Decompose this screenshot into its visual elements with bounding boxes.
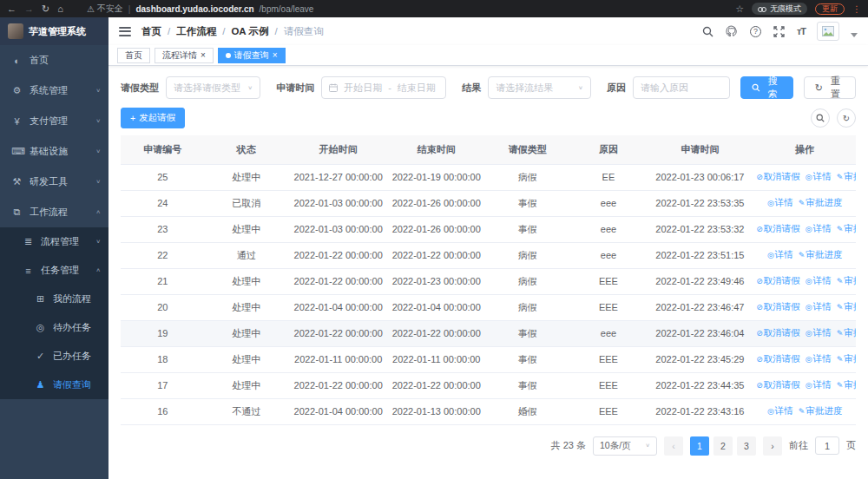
- sidebar-item-process-mgmt[interactable]: ≣ 流程管理 ∨: [0, 227, 108, 256]
- detail-link[interactable]: ◎详情: [767, 197, 793, 207]
- tab-home[interactable]: 首页: [117, 48, 150, 63]
- cell-apply-id: 16: [121, 398, 205, 424]
- address-bar[interactable]: ⚠ 不安全 | dashboard.yudao.iocoder.cn /bpm/…: [87, 3, 727, 15]
- hamburger-icon[interactable]: [119, 27, 131, 36]
- cancel-leave-link[interactable]: ⊘取消请假: [756, 275, 800, 285]
- leave-type-select[interactable]: 请选择请假类型 ∨: [166, 76, 260, 99]
- close-icon[interactable]: ×: [201, 51, 206, 60]
- page-size-select[interactable]: 10条/页 ∨: [593, 436, 657, 456]
- eye-icon: ◎: [35, 322, 46, 333]
- audit-progress-link[interactable]: ✎审批进度: [799, 197, 843, 207]
- update-button[interactable]: 更新: [815, 3, 845, 15]
- refresh-button[interactable]: ↻: [837, 108, 856, 128]
- reload-icon[interactable]: ↻: [42, 4, 49, 14]
- bookmark-star-icon[interactable]: ☆: [735, 3, 744, 15]
- help-icon[interactable]: ?: [750, 26, 761, 37]
- cell-leave-type: 婚假: [484, 398, 570, 424]
- cancel-leave-link[interactable]: ⊘取消请假: [756, 171, 800, 181]
- page-button-1[interactable]: 1: [690, 436, 709, 456]
- sidebar-item-todo-tasks[interactable]: ◎ 待办任务: [0, 313, 108, 342]
- browser-menu-icon[interactable]: ⋮: [852, 4, 861, 14]
- audit-progress-link[interactable]: ✎审批进度: [799, 249, 843, 259]
- audit-progress-link[interactable]: ✎审批进度: [837, 379, 856, 390]
- sidebar-item-dev-tools[interactable]: ⚒ 研发工具 ∨: [0, 167, 108, 197]
- cell-apply-id: 21: [121, 268, 205, 294]
- sidebar-item-home[interactable]: ◐ 首页: [0, 45, 108, 75]
- back-icon[interactable]: ←: [7, 4, 16, 14]
- sidebar-item-system[interactable]: ⚙ 系统管理 ∨: [0, 75, 108, 106]
- detail-link[interactable]: ◎详情: [806, 327, 832, 338]
- result-select[interactable]: 请选择流结果 ∨: [488, 76, 591, 99]
- detail-link[interactable]: ◎详情: [767, 249, 793, 259]
- page-suffix: 页: [846, 439, 856, 452]
- cancel-leave-link[interactable]: ⊘取消请假: [756, 379, 800, 390]
- page-button-3[interactable]: 3: [737, 436, 756, 456]
- apply-time-range-picker[interactable]: 开始日期 - 结束日期: [321, 76, 446, 99]
- fullscreen-icon[interactable]: [773, 25, 786, 38]
- next-page-button[interactable]: ›: [763, 436, 782, 456]
- page-button-2[interactable]: 2: [713, 436, 733, 456]
- col-leave-type: 请假类型: [484, 135, 570, 164]
- detail-link[interactable]: ◎详情: [806, 275, 832, 285]
- breadcrumb-oa-example[interactable]: OA 示例: [231, 25, 268, 38]
- detail-link[interactable]: ◎详情: [806, 171, 832, 181]
- home-icon[interactable]: ⌂: [57, 4, 63, 14]
- sidebar-item-workflow[interactable]: ⧉ 工作流程 ∧: [0, 197, 108, 227]
- cancel-leave-link[interactable]: ⊘取消请假: [756, 223, 800, 233]
- cell-apply-time: 2022-01-22 23:44:35: [647, 372, 754, 398]
- search-icon[interactable]: [701, 25, 714, 38]
- eye-icon: ◎: [767, 199, 774, 207]
- search-button[interactable]: 搜索: [740, 76, 793, 99]
- toggle-search-button[interactable]: [811, 108, 830, 128]
- detail-link[interactable]: ◎详情: [806, 379, 832, 390]
- cancel-leave-link[interactable]: ⊘取消请假: [756, 327, 800, 338]
- reset-button[interactable]: ↻ 重置: [804, 76, 856, 99]
- sidebar-item-task-mgmt[interactable]: ≡ 任务管理 ∧: [0, 256, 108, 285]
- sidebar-item-done-tasks[interactable]: ✓ 已办任务: [0, 342, 108, 371]
- cell-actions: ⊘取消请假◎详情✎审批进度: [753, 372, 856, 398]
- breadcrumb-home[interactable]: 首页: [141, 25, 161, 38]
- cell-apply-id: 22: [121, 242, 205, 268]
- detail-link[interactable]: ◎详情: [806, 223, 832, 233]
- audit-progress-link[interactable]: ✎审批进度: [837, 301, 856, 312]
- detail-link[interactable]: ◎详情: [806, 301, 832, 312]
- audit-progress-link[interactable]: ✎审批进度: [837, 223, 856, 233]
- cell-leave-type: 病假: [484, 242, 570, 268]
- close-icon[interactable]: ×: [273, 51, 278, 60]
- audit-progress-link[interactable]: ✎审批进度: [837, 171, 856, 181]
- cell-actions: ◎详情✎审批进度: [753, 242, 856, 268]
- col-apply-id: 申请编号: [121, 135, 205, 164]
- chevron-down-icon: ∨: [247, 85, 253, 91]
- cell-apply-time: 2022-01-22 23:46:47: [647, 294, 754, 320]
- breadcrumb-workflow[interactable]: 工作流程: [176, 25, 216, 38]
- font-size-icon[interactable]: тT: [797, 26, 806, 36]
- avatar-caret-icon[interactable]: [851, 33, 858, 37]
- sidebar-item-my-process[interactable]: ⊞ 我的流程: [0, 285, 108, 313]
- app-title: 芋道管理系统: [29, 25, 86, 38]
- sidebar-item-leave-query[interactable]: ♟ 请假查询: [0, 371, 108, 399]
- audit-progress-link[interactable]: ✎审批进度: [837, 327, 856, 338]
- chevron-down-icon: ∨: [95, 88, 101, 94]
- audit-progress-link[interactable]: ✎审批进度: [799, 405, 843, 416]
- prev-page-button[interactable]: ‹: [664, 436, 683, 456]
- reason-input[interactable]: [633, 76, 730, 99]
- cancel-leave-link[interactable]: ⊘取消请假: [756, 353, 800, 364]
- incognito-icon: [758, 6, 766, 12]
- table-row: 25处理中2021-12-27 00:00:002022-01-19 00:00…: [121, 164, 856, 190]
- tab-leave-query[interactable]: 请假查询 ×: [218, 48, 286, 63]
- github-icon[interactable]: [726, 25, 739, 38]
- audit-progress-link[interactable]: ✎审批进度: [837, 353, 856, 364]
- tab-process-detail[interactable]: 流程详情 ×: [155, 48, 214, 63]
- edit-icon: ✎: [837, 303, 844, 312]
- sidebar-item-payment[interactable]: ¥ 支付管理 ∨: [0, 106, 108, 136]
- goto-page-input[interactable]: [815, 436, 839, 455]
- avatar[interactable]: [817, 22, 839, 41]
- forward-icon[interactable]: →: [24, 4, 34, 14]
- detail-link[interactable]: ◎详情: [806, 353, 832, 364]
- detail-link[interactable]: ◎详情: [767, 405, 793, 416]
- sidebar-item-infrastructure[interactable]: ⌨ 基础设施 ∨: [0, 136, 108, 167]
- audit-progress-link[interactable]: ✎审批进度: [837, 275, 856, 285]
- create-leave-button[interactable]: + 发起请假: [121, 108, 185, 128]
- edit-icon: ✎: [799, 407, 806, 416]
- cancel-leave-link[interactable]: ⊘取消请假: [756, 301, 800, 312]
